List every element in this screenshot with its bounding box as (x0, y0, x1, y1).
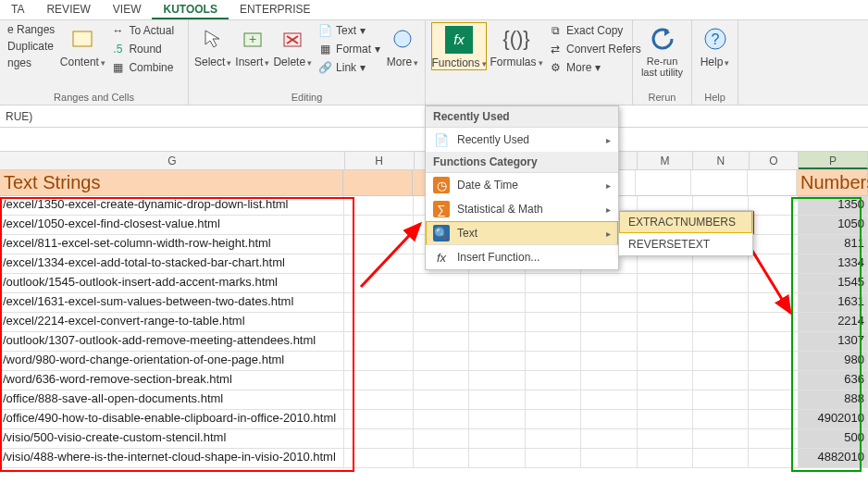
dropdown-header-recent: Recently Used (426, 106, 618, 128)
cell-number[interactable]: 811 (799, 235, 868, 254)
cell-number[interactable]: 4882010 (799, 449, 868, 468)
col-header-o[interactable]: O (750, 152, 800, 169)
rerun-button[interactable]: Re-runlast utility (639, 22, 686, 78)
cell-text[interactable]: /excel/2214-excel-convert-range-to-table… (0, 313, 344, 332)
cell-number[interactable]: 500 (799, 429, 868, 449)
convert-refers[interactable]: ⇄Convert Refers (546, 41, 643, 57)
table-row: /outlook/1307-outlook-add-remove-meeting… (0, 332, 868, 352)
cell-text[interactable]: /visio/488-where-is-the-internet-cloud-s… (0, 449, 344, 468)
format-icon: ▦ (317, 42, 332, 56)
more-formula[interactable]: ⚙More ▾ (546, 59, 643, 76)
cell-text[interactable]: /word/980-word-change-orientation-of-one… (0, 352, 344, 371)
cell-number[interactable]: 980 (799, 352, 868, 371)
col-header-h[interactable]: H (345, 152, 415, 169)
copy-ranges[interactable]: nges (6, 56, 56, 70)
cell-number[interactable]: 1545 (799, 274, 868, 293)
ribbon: e Ranges Duplicate nges Content ↔To Actu… (0, 20, 868, 105)
clock-icon: ◷ (433, 177, 450, 193)
cell-text[interactable]: /excel/1631-excel-sum-values-between-two… (0, 293, 344, 313)
svg-text:?: ? (711, 31, 719, 47)
delete-button[interactable]: Delete (273, 22, 312, 68)
help-button[interactable]: ? Help (698, 22, 732, 68)
content-button[interactable]: Content (60, 22, 105, 68)
cell-text[interactable]: /office/888-save-all-open-documents.html (0, 390, 344, 410)
col-header-g[interactable]: G (0, 152, 345, 169)
group-title-editing: Editing (194, 91, 419, 105)
title-numbers[interactable]: Numbers (797, 170, 868, 196)
table-row: /excel/1631-excel-sum-values-between-two… (0, 293, 868, 313)
round[interactable]: .5Round (108, 41, 176, 57)
cell-text[interactable]: /excel/811-excel-set-column-width-row-he… (0, 235, 344, 254)
prevent-duplicate[interactable]: Duplicate (6, 39, 56, 54)
table-row: /office/490-how-to-disable-enable-clipbo… (0, 410, 868, 429)
tab-data[interactable]: TA (0, 0, 35, 19)
delete-icon (278, 24, 307, 54)
cell-text[interactable]: /excel/1334-excel-add-total-to-stacked-b… (0, 254, 344, 274)
text-category-item[interactable]: 🔍 Text▸ (426, 221, 618, 245)
insert-button[interactable]: + Insert (235, 22, 269, 68)
compare-ranges[interactable]: e Ranges (6, 22, 56, 37)
fx-icon: fx (444, 25, 474, 55)
table-row: /word/980-word-change-orientation-of-one… (0, 352, 868, 371)
combine[interactable]: ▦Combine (108, 59, 176, 76)
cell-text[interactable]: /office/490-how-to-disable-enable-clipbo… (0, 410, 344, 429)
to-actual[interactable]: ↔To Actual (108, 22, 176, 39)
format-menu[interactable]: ▦Format ▾ (316, 41, 382, 57)
table-row: /outlook/1545-outlook-insert-add-accent-… (0, 274, 868, 293)
group-title-ranges: Ranges and Cells (6, 91, 182, 105)
cell-text[interactable]: /excel/1350-excel-create-dynamic-drop-do… (0, 196, 344, 216)
content-icon (68, 24, 97, 54)
cell-number[interactable]: 1350 (799, 196, 868, 216)
recently-used-item[interactable]: 📄 Recently Used▸ (426, 128, 618, 152)
select-button[interactable]: Select (194, 22, 231, 68)
ranges-stack: e Ranges Duplicate nges (6, 22, 56, 70)
help-icon: ? (701, 24, 730, 54)
fx-small-icon: fx (433, 249, 450, 266)
table-row: /office/888-save-all-open-documents.html… (0, 390, 868, 410)
tab-view[interactable]: VIEW (102, 0, 153, 19)
insert-icon: + (238, 24, 267, 54)
cell-number[interactable]: 1631 (799, 293, 868, 313)
gear-icon: ⚙ (548, 60, 563, 75)
group-title-rerun: Rerun (639, 91, 686, 105)
tab-kutools[interactable]: KUTOOLS (152, 0, 228, 19)
reversetext-item[interactable]: REVERSETEXT (619, 233, 752, 255)
table-row: /visio/488-where-is-the-internet-cloud-s… (0, 449, 868, 468)
functions-dropdown: Recently Used 📄 Recently Used▸ Functions… (425, 105, 619, 270)
more-button[interactable]: More (386, 22, 419, 68)
cell-text[interactable]: /visio/500-visio-create-custom-stencil.h… (0, 429, 344, 449)
text-icon: 📄 (317, 23, 332, 38)
cell-number[interactable]: 636 (799, 371, 868, 390)
cell-number[interactable]: 1307 (799, 332, 868, 352)
cell-text[interactable]: /outlook/1307-outlook-add-remove-meeting… (0, 332, 344, 352)
link-menu[interactable]: 🔗Link ▾ (316, 59, 382, 76)
col-header-p[interactable]: P (799, 152, 868, 169)
col-header-n[interactable]: N (693, 152, 749, 169)
col-header-m[interactable]: M (638, 152, 693, 169)
extractnumbers-item[interactable]: EXTRACTNUMBERS (619, 211, 752, 233)
table-row: /visio/500-visio-create-custom-stencil.h… (0, 429, 868, 449)
doc-icon: 📄 (433, 131, 450, 148)
text-menu[interactable]: 📄Text ▾ (316, 22, 382, 39)
cell-text[interactable]: /word/636-word-remove-section-break.html (0, 371, 344, 390)
date-time-item[interactable]: ◷ Date & Time▸ (426, 173, 618, 197)
cell-text[interactable]: /excel/1050-excel-find-closest-value.htm… (0, 216, 344, 235)
cell-number[interactable]: 1050 (799, 216, 868, 235)
cell-number[interactable]: 4902010 (799, 410, 868, 429)
cell-number[interactable]: 1334 (799, 254, 868, 274)
cell-number[interactable]: 888 (799, 390, 868, 410)
table-row: /word/636-word-remove-section-break.html… (0, 371, 868, 390)
tab-enterprise[interactable]: ENTERPRISE (229, 0, 322, 19)
tab-review[interactable]: REVIEW (35, 0, 101, 19)
group-title-help: Help (698, 91, 732, 105)
cell-number[interactable]: 2214 (799, 313, 868, 332)
svg-text:+: + (249, 31, 256, 46)
exact-copy[interactable]: ⧉Exact Copy (546, 22, 643, 39)
title-text-strings[interactable]: Text Strings (0, 170, 343, 196)
stat-math-item[interactable]: ∑ Statistical & Math▸ (426, 197, 618, 221)
braces-icon: {()} (502, 24, 531, 54)
functions-button[interactable]: fx Functions (431, 22, 487, 70)
formulas-button[interactable]: {()} Formulas (490, 22, 542, 68)
cell-text[interactable]: /outlook/1545-outlook-insert-add-accent-… (0, 274, 344, 293)
insert-function-item[interactable]: fx Insert Function... (426, 245, 618, 269)
